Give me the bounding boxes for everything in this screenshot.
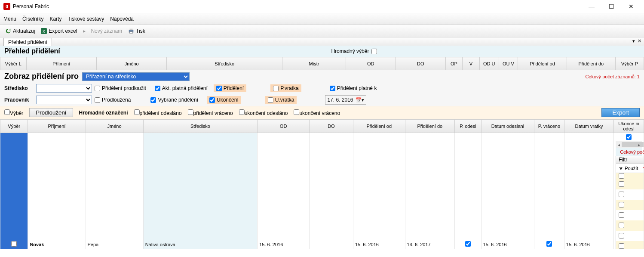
cell-pvrac[interactable] <box>546 241 552 247</box>
chk-vyber[interactable] <box>4 109 10 115</box>
col-header[interactable]: Datum odeslani <box>481 120 534 133</box>
chk-prid-odesl[interactable] <box>134 109 140 115</box>
scroll-right-icon[interactable]: ▸ <box>636 142 642 148</box>
col-header[interactable]: Středisko <box>167 57 282 71</box>
filter-panel-title: Filtr <box>619 157 627 163</box>
page-title: Přehled přidělení <box>0 46 64 57</box>
chk-prid-vrac[interactable] <box>188 109 193 115</box>
col-header[interactable]: P. odesl <box>454 120 481 133</box>
filter-row: Firma--(none) <box>616 179 644 189</box>
tab-close-icon[interactable]: ✕ <box>638 38 641 44</box>
funnel-check-icon: ⛛ <box>619 166 623 171</box>
bulk-select-checkbox[interactable] <box>371 49 377 54</box>
cell-podesl[interactable] <box>465 241 471 247</box>
col-header[interactable]: Ukonce ni odesl <box>614 120 644 133</box>
table-row[interactable]: Novák Pepa Nativa ostrava 15. 6. 2016 15… <box>0 133 644 249</box>
col-header[interactable]: Výběr P <box>616 57 644 71</box>
refresh-button[interactable]: Aktualizuj <box>3 27 37 35</box>
menubar: Menu Číselníky Karty Tiskové sestavy Náp… <box>0 13 644 25</box>
chk-prodlouzit[interactable] <box>95 86 100 91</box>
col-header[interactable]: V <box>463 57 480 71</box>
filter-row-chk[interactable] <box>619 181 624 187</box>
col-header[interactable]: Jméno <box>86 120 143 133</box>
col-header[interactable]: Výběr <box>0 120 28 133</box>
grid-2[interactable]: Výběr Příjmení Jméno Středisko OD DO Při… <box>0 119 644 249</box>
svg-rect-4 <box>130 32 133 34</box>
grid-1[interactable]: Výběr L Příjmení Jméno Středisko Mistr O… <box>0 57 644 70</box>
col-header[interactable]: Přidělení do <box>567 57 615 71</box>
chk-ukonceni[interactable] <box>209 97 215 103</box>
chk-akt-platna[interactable] <box>155 86 160 91</box>
col-header[interactable]: Příjmení <box>28 120 86 133</box>
col-header[interactable]: OU V <box>499 57 518 71</box>
col-header[interactable]: Mistr <box>282 57 346 71</box>
filter-row-chk[interactable] <box>619 243 624 249</box>
export-excel-button[interactable]: X Export excel <box>39 27 79 35</box>
filter-row: Mistr--(none) <box>616 200 644 210</box>
chk-prodlouzena[interactable] <box>95 97 100 103</box>
tab-prehled[interactable]: Přehled přidělení <box>3 38 52 46</box>
chk-prideleni[interactable] <box>216 86 222 91</box>
chk-vybrane[interactable] <box>150 97 156 103</box>
close-button[interactable]: ✕ <box>622 0 641 12</box>
filter-apply-button[interactable]: ⛛Použít <box>619 166 638 171</box>
col-header[interactable]: Příjmení <box>26 57 96 71</box>
col-header[interactable]: DO <box>396 57 445 71</box>
maximize-button[interactable]: ☐ <box>602 0 621 12</box>
col-header[interactable]: DO <box>309 120 353 133</box>
refresh-icon <box>5 28 11 34</box>
filter-row: Obchodník--(none) <box>616 220 644 231</box>
minimize-button[interactable]: — <box>582 0 601 12</box>
bulk-select-label: Hromadný výběr <box>331 48 369 54</box>
pracovnik-combo[interactable] <box>36 96 92 104</box>
date-picker[interactable]: 17. 6. 2016 📅▾ <box>325 95 366 105</box>
filter-row-chk[interactable] <box>619 223 624 228</box>
col-header[interactable]: OP <box>445 57 463 71</box>
col-header[interactable]: Středisko <box>143 120 258 133</box>
filter-row: Obchodník(none) <box>616 210 644 220</box>
filter-row-chk[interactable] <box>619 233 624 238</box>
chk-uvratka[interactable] <box>268 97 273 103</box>
menu-item[interactable]: Nápověda <box>110 16 134 22</box>
filter-cancel-button[interactable]: ⛛Zrušit <box>642 166 644 171</box>
col-header[interactable]: Datum vratky <box>564 120 613 133</box>
chk-ukon-vrac[interactable] <box>294 109 299 115</box>
action-row: Výběr Prodloužení Hromadné označení přid… <box>0 106 644 119</box>
filter-row-chk[interactable] <box>619 173 624 179</box>
assign-mode-combo[interactable]: Přiřazení na středisko <box>82 72 190 81</box>
col-header[interactable]: OD <box>258 120 310 133</box>
row2-select[interactable] <box>11 241 17 247</box>
col-header[interactable]: Přidělení od <box>518 57 567 71</box>
col-header[interactable]: Výběr L <box>0 57 27 71</box>
menu-item[interactable]: Karty <box>49 16 61 22</box>
print-button[interactable]: Tisk <box>126 27 147 35</box>
menu-item[interactable]: Číselníky <box>22 16 43 22</box>
calendar-icon[interactable]: 📅▾ <box>356 97 364 103</box>
col-header[interactable]: OD U <box>479 57 499 71</box>
filter-row-chk[interactable] <box>619 202 624 207</box>
filter-row-chk[interactable] <box>619 212 624 218</box>
col-header[interactable]: OD <box>346 57 396 71</box>
export-button[interactable]: Export <box>601 108 640 117</box>
section-2-header: Zobraz přidělení pro Přiřazení na středi… <box>0 70 644 83</box>
filter-row-chk[interactable] <box>619 192 624 197</box>
tab-dropdown-icon[interactable]: ▾ <box>632 38 635 44</box>
col-header[interactable]: Přidělení do <box>405 120 454 133</box>
new-record-button[interactable]: ▸ Nový záznam <box>81 27 124 35</box>
chk-ukon-odesl[interactable] <box>239 109 245 115</box>
chk-pvratka[interactable] <box>273 86 279 91</box>
filter-row: Středisko--(none) <box>616 241 644 249</box>
excel-icon: X <box>41 28 47 34</box>
menu-item[interactable]: Menu <box>3 16 16 22</box>
stredisko-combo[interactable] <box>36 84 92 93</box>
col-header[interactable]: Přidělení od <box>353 120 405 133</box>
prodlouzeni-button[interactable]: Prodloužení <box>29 108 73 117</box>
col-header[interactable]: P. vráceno <box>534 120 564 133</box>
col-header[interactable]: Jméno <box>97 57 167 71</box>
grid-2-hscroll[interactable]: ◂ ▸ <box>616 141 642 148</box>
scroll-left-icon[interactable]: ◂ <box>616 142 622 148</box>
menu-item[interactable]: Tiskové sestavy <box>67 16 104 22</box>
label-pracovnik: Pracovník <box>4 97 34 103</box>
chk-platnek[interactable] <box>330 86 335 91</box>
svg-text:X: X <box>43 29 45 34</box>
